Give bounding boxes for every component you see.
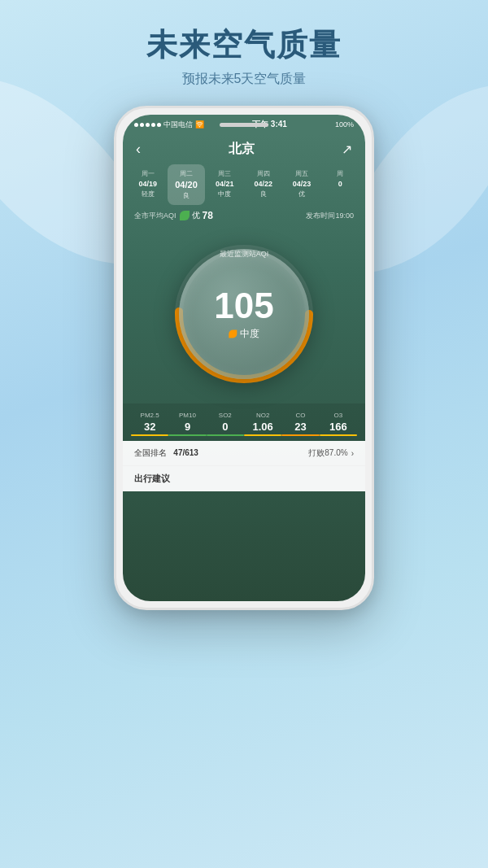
pollutant-bar (207, 434, 244, 436)
day-tabs: 周一 04/19 轻度 周二 04/20 良 周三 04/21 中度 (123, 164, 365, 205)
carrier-label: 中国电信 (163, 120, 193, 130)
tab-thursday[interactable]: 周四 04/22 良 (245, 164, 281, 205)
quality-label: 良 (169, 191, 203, 200)
ranking-value: 47/613 (173, 448, 198, 457)
pollutant-bar (168, 434, 206, 436)
gauge-number: 105 (214, 288, 273, 324)
pollutant-name: SO2 (207, 412, 244, 419)
pollutant-value: 166 (320, 421, 357, 433)
weekday-label: 周一 (131, 169, 164, 178)
ranking-label: 全国排名 (134, 448, 167, 457)
gauge-section: 最近监测站AQI 105 中度 (123, 226, 365, 399)
gauge-leaf-icon (229, 329, 237, 338)
pollutant-bar (131, 434, 168, 436)
aqi-badge: 优 78 (180, 210, 213, 221)
phone-outer: 中国电信 🛜 下午 3:41 100% ‹ 北京 ↗ (114, 106, 374, 610)
ranking-right: 打败87.0% › (308, 447, 354, 459)
quality-label: 中度 (208, 190, 242, 198)
pollutant-value: 9 (168, 421, 206, 433)
travel-row: 出行建议 (123, 465, 365, 491)
date-label: 04/23 (285, 180, 318, 188)
battery-label: 100% (335, 120, 354, 129)
pollutant-value: 23 (281, 421, 319, 433)
back-button[interactable]: ‹ (136, 141, 141, 158)
quality-label: 良 (246, 190, 280, 198)
ranking-left: 全国排名 47/613 (134, 447, 198, 459)
weekday-label: 周三 (208, 169, 242, 178)
weekday-label: 周五 (285, 169, 318, 178)
aqi-left: 全市平均AQI 优 78 (134, 210, 213, 221)
pollutant-co: CO 23 (281, 412, 319, 436)
signal-dots (134, 123, 161, 127)
pollutant-name: O3 (320, 412, 357, 419)
aqi-quality: 优 (192, 210, 200, 221)
sub-title: 预报未来5天空气质量 (0, 71, 488, 88)
phone-mockup: 中国电信 🛜 下午 3:41 100% ‹ 北京 ↗ (114, 106, 374, 610)
date-label: 04/22 (246, 180, 280, 188)
aqi-avg-label: 全市平均AQI (134, 211, 176, 221)
quality-label: 优 (285, 190, 318, 198)
pollutant-so2: SO2 0 (207, 412, 244, 436)
weekday-label: 周四 (246, 169, 280, 178)
date-label: 0 (324, 180, 357, 188)
pollutant-no2: NO2 1.06 (244, 412, 281, 436)
tab-wednesday[interactable]: 周三 04/21 中度 (207, 164, 243, 205)
title-section: 未来空气质量 预报未来5天空气质量 (0, 24, 488, 88)
pollutant-bar (320, 434, 357, 436)
pollutant-pm10: PM10 9 (168, 412, 206, 436)
ranking-arrow: › (351, 449, 354, 458)
weekday-label: 周二 (169, 169, 203, 178)
date-label: 04/20 (169, 180, 203, 190)
quality-label: 轻度 (131, 190, 164, 198)
aqi-value: 78 (203, 210, 213, 221)
beat-label: 打败87.0% (308, 447, 347, 459)
gauge-container: 最近监测站AQI 105 中度 (163, 233, 325, 395)
date-label: 04/21 (208, 180, 242, 188)
travel-title: 出行建议 (134, 473, 354, 485)
gauge-label: 最近监测站AQI (220, 249, 269, 260)
pollutant-value: 32 (131, 421, 168, 433)
signal-dot-4 (151, 123, 155, 127)
city-title: 北京 (229, 141, 255, 158)
pollutant-bar (281, 434, 319, 436)
app-content: ‹ 北京 ↗ 周一 04/19 轻度 周二 04/20 良 (123, 134, 365, 601)
weekday-label: 周 (324, 169, 357, 178)
share-button[interactable]: ↗ (342, 142, 352, 157)
phone-button-top (220, 123, 268, 127)
wifi-icon: 🛜 (195, 120, 204, 129)
main-title: 未来空气质量 (0, 24, 488, 66)
pollutant-name: PM10 (168, 412, 206, 419)
ranking-row[interactable]: 全国排名 47/613 打败87.0% › (123, 441, 365, 465)
pollutant-value: 1.06 (244, 421, 281, 433)
status-right: 100% (335, 120, 354, 129)
nav-bar: ‹ 北京 ↗ (123, 134, 365, 164)
publish-time: 发布时间19:00 (306, 211, 354, 221)
leaf-icon (180, 211, 190, 220)
pollutant-o3: O3 166 (320, 412, 357, 436)
signal-dot-2 (140, 123, 144, 127)
pollutants-row: PM2.5 32 PM10 9 SO2 0 N (123, 403, 365, 441)
gauge-value-group: 105 中度 (214, 288, 273, 341)
gauge-quality: 中度 (214, 327, 273, 341)
pollutant-pm25: PM2.5 32 (131, 412, 168, 436)
pollutant-name: CO (281, 412, 319, 419)
date-label: 04/19 (131, 180, 164, 188)
tab-tuesday[interactable]: 周二 04/20 良 (168, 164, 204, 205)
signal-dot-3 (146, 123, 150, 127)
pollutant-bar (244, 434, 281, 436)
pollutant-value: 0 (207, 421, 244, 433)
gauge-quality-label: 中度 (240, 327, 259, 341)
status-left: 中国电信 🛜 (134, 120, 204, 130)
phone-inner: 中国电信 🛜 下午 3:41 100% ‹ 北京 ↗ (123, 115, 365, 601)
tab-monday[interactable]: 周一 04/19 轻度 (129, 164, 166, 205)
pollutant-name: PM2.5 (131, 412, 168, 419)
tab-extra[interactable]: 周 0 (322, 164, 359, 205)
signal-dot-1 (134, 123, 138, 127)
aqi-info-row: 全市平均AQI 优 78 发布时间19:00 (123, 205, 365, 226)
signal-dot-5 (157, 123, 161, 127)
pollutant-name: NO2 (244, 412, 281, 419)
tab-friday[interactable]: 周五 04/23 优 (283, 164, 320, 205)
